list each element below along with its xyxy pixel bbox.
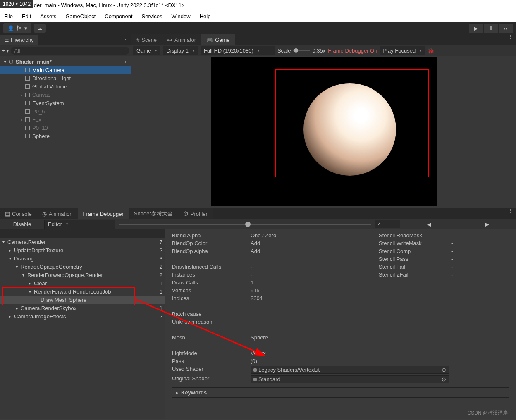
hierarchy-item[interactable]: EventSystem [0, 99, 131, 107]
prev-button[interactable]: ◀ [400, 220, 458, 228]
viewport-panel: #Scene ⊶Animator 🎮Game ⠇ Game Display 1 … [131, 34, 516, 208]
console-icon: ▤ [5, 211, 10, 217]
hierarchy-tab[interactable]: ☰ Hierarchy [0, 35, 38, 45]
resolution-dropdown[interactable]: Full HD (1920x1080) [201, 46, 275, 55]
hierarchy-tree[interactable]: ▾⬡Shader_main*⠇Main CameraDirectional Li… [0, 56, 131, 208]
shader-ref-tab[interactable]: Shader参考大全 [129, 208, 178, 219]
hierarchy-item[interactable]: Global Volume [0, 82, 131, 91]
menu-edit[interactable]: Edit [22, 13, 31, 19]
animation-tab[interactable]: ◷Animation [37, 208, 78, 219]
game-tab[interactable]: 🎮Game [201, 34, 234, 45]
menu-component[interactable]: Component [105, 13, 132, 19]
callstack-row[interactable]: ▸Clear1 [0, 279, 165, 287]
bug-icon[interactable]: 🐞 [428, 48, 434, 54]
profiler-tab[interactable]: ⏱Profiler [178, 208, 213, 219]
viewport-menu-icon[interactable]: ⠇ [507, 34, 516, 45]
call-stack[interactable]: ▾Camera.Render7▸UpdateDepthTexture2▾Draw… [0, 229, 165, 419]
menu-window[interactable]: Window [171, 13, 190, 19]
shader-icon [253, 378, 257, 381]
hierarchy-root[interactable]: ▾⬡Shader_main*⠇ [0, 57, 131, 66]
detail-row: BlendOp AlphaAddStencil Comp- [172, 248, 509, 256]
hierarchy-search[interactable] [11, 47, 129, 55]
cube-icon [24, 133, 31, 139]
keywords-foldout[interactable]: ▸Keywords [172, 387, 509, 398]
hierarchy-item[interactable]: Main Camera [0, 66, 131, 74]
detail-row: LightModeVertex [172, 350, 509, 358]
step-number[interactable]: 4 [375, 220, 400, 228]
detail-row: MeshSphere [172, 334, 509, 342]
cube-icon [24, 108, 31, 115]
target-icon[interactable]: ⊙ [442, 367, 446, 373]
scale-slider[interactable] [293, 50, 310, 51]
menu-services[interactable]: Services [142, 13, 162, 19]
hierarchy-item[interactable]: Directional Light [0, 74, 131, 82]
callstack-search[interactable] [0, 229, 165, 238]
console-tab[interactable]: ▤Console [0, 208, 37, 219]
callstack-row[interactable]: ▾RenderForwardOpaque.Render2 [0, 271, 165, 279]
detail-row: DrawInstanced Calls-Stencil Fail- [172, 264, 509, 272]
cube-icon [24, 67, 31, 73]
hierarchy-item[interactable]: ▸Fox [0, 115, 131, 124]
callstack-row[interactable]: ▾Render.OpaqueGeometry2 [0, 262, 165, 271]
detail-row [172, 342, 509, 350]
hierarchy-icon: ☰ [4, 37, 9, 43]
display-dropdown[interactable]: Display 1 [163, 46, 198, 55]
panel-menu-icon[interactable]: ⠇ [122, 37, 131, 43]
play-controls: ▶ ⏸ ⏭ [469, 24, 513, 33]
frame-debugger-tab[interactable]: Frame Debugger [78, 208, 129, 219]
chevron-right-icon: ▸ [176, 389, 179, 396]
disable-button[interactable]: Disable [0, 220, 45, 229]
pause-button[interactable]: ⏸ [484, 24, 498, 33]
menu-help[interactable]: Help [200, 13, 211, 19]
next-button[interactable]: ▶ [458, 220, 516, 228]
detail-row: Draw Calls1 [172, 279, 509, 287]
hierarchy-item[interactable]: P0_6 [0, 107, 131, 115]
game-view[interactable] [131, 56, 516, 208]
hierarchy-item[interactable]: P0_10 [0, 124, 131, 132]
animator-tab[interactable]: ⊶Animator [162, 34, 201, 45]
callstack-row[interactable]: ▾Camera.Render7 [0, 238, 165, 246]
top-toolbar: 👤 楠 ▾ ☁ ▶ ⏸ ⏭ [0, 22, 516, 34]
output-dropdown[interactable]: Game [133, 46, 160, 55]
scene-tab[interactable]: #Scene [131, 34, 162, 45]
callstack-row[interactable]: ▾RenderForward.RenderLoopJob1 [0, 287, 165, 296]
callstack-row[interactable]: Draw Mesh Sphere [0, 296, 165, 304]
detail-row: Vertices515 [172, 287, 509, 295]
callstack-row[interactable]: ▸Camera.ImageEffects2 [0, 312, 165, 320]
callstack-row[interactable]: ▸Camera.RenderSkybox1 [0, 304, 165, 312]
details-panel[interactable]: Blend AlphaOne / ZeroStencil ReadMask-Bl… [165, 229, 516, 419]
add-button[interactable]: + ▾ [2, 48, 9, 54]
target-icon[interactable]: ⊙ [442, 376, 446, 382]
menu-file[interactable]: File [4, 13, 13, 19]
detail-row [172, 303, 509, 311]
game-icon: 🎮 [206, 37, 213, 43]
editor-dropdown[interactable]: Editor [45, 220, 115, 229]
detail-row: Stencil Pass- [172, 256, 509, 264]
hierarchy-panel: ☰ Hierarchy ⠇ + ▾ ▾⬡Shader_main*⠇Main Ca… [0, 34, 131, 208]
bottom-menu-icon[interactable]: ⠇ [507, 208, 516, 219]
window-titlebar: eaning - Shader_main - Windows, Mac, Lin… [0, 0, 516, 10]
callstack-row[interactable]: ▾Drawing3 [0, 254, 165, 262]
animation-icon: ◷ [42, 211, 47, 217]
scale-value: 0.35x [312, 48, 325, 54]
step-slider[interactable] [115, 224, 375, 225]
scale-label: Scale [277, 48, 291, 54]
step-button[interactable]: ⏭ [499, 24, 513, 33]
hierarchy-item[interactable]: Sphere [0, 132, 131, 140]
cube-icon [24, 124, 31, 131]
watermark: CSDN @楠溪泽岸 [467, 410, 508, 417]
menu-assets[interactable]: Assets [40, 13, 56, 19]
hierarchy-item[interactable]: ▸Canvas [0, 91, 131, 99]
callstack-row[interactable]: ▸UpdateDepthTexture2 [0, 246, 165, 254]
item-menu-icon[interactable]: ⠇ [122, 59, 131, 65]
menu-gameobject[interactable]: GameObject [65, 13, 96, 19]
play-button[interactable]: ▶ [469, 24, 483, 33]
detail-row: Blend AlphaOne / ZeroStencil ReadMask- [172, 232, 509, 240]
cube-icon [24, 75, 31, 81]
account-button[interactable]: 👤 楠 ▾ [3, 23, 31, 33]
play-dropdown[interactable]: Play Focused [380, 46, 425, 55]
cloud-button[interactable]: ☁ [34, 24, 46, 33]
bottom-panel: ▤Console ◷Animation Frame Debugger Shade… [0, 208, 516, 419]
used-shader-field[interactable]: Legacy Shaders/VertexLit⊙ [251, 366, 449, 374]
orig-shader-field[interactable]: Standard⊙ [251, 375, 449, 383]
